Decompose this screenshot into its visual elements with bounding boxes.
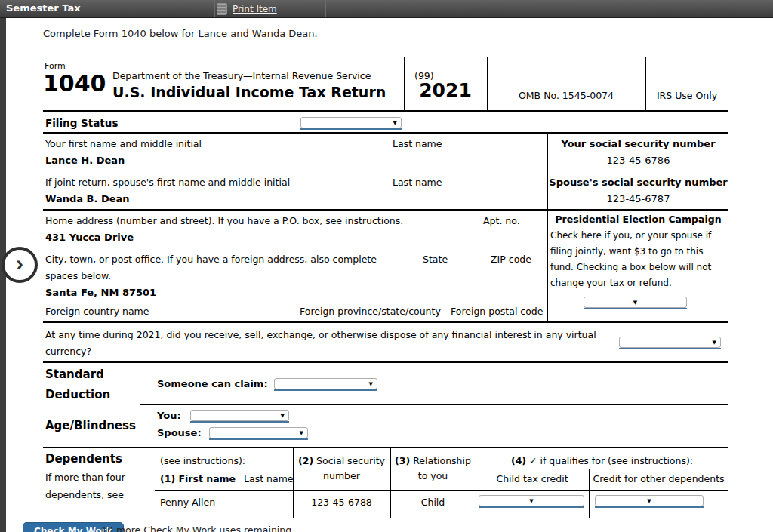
app-title: Semester Tax bbox=[6, 2, 81, 14]
col4a-header: Child tax credit bbox=[476, 473, 589, 484]
city-label-line2: spaces below. bbox=[45, 270, 111, 281]
zip-label: ZIP code bbox=[491, 254, 531, 265]
col4-header-bold: (4) bbox=[511, 455, 526, 466]
rule bbox=[43, 110, 728, 112]
col3-header-rest: Relationship bbox=[413, 455, 471, 466]
header-divider bbox=[487, 57, 488, 112]
dependent-child-tax-credit-select[interactable]: ▼ bbox=[479, 495, 584, 506]
rule bbox=[43, 447, 728, 448]
see-instructions-label: (see instructions): bbox=[160, 455, 245, 466]
spouse-name-value: Wanda B. Dean bbox=[45, 193, 130, 204]
dependents-note-line1: If more than four bbox=[45, 472, 125, 483]
dropdown-arrow-icon: ▼ bbox=[393, 120, 397, 125]
app-window: › Semester Tax Print Item Complete Form … bbox=[0, 0, 773, 532]
dropdown-arrow-icon: ▼ bbox=[281, 413, 285, 418]
spouse-first-label: If joint return, spouse's first name and… bbox=[45, 177, 290, 188]
dependent-relationship: Child bbox=[390, 497, 476, 508]
age-blindness-you-select[interactable]: ▼ bbox=[190, 410, 289, 421]
dependent-ssn: 123-45-6788 bbox=[293, 497, 390, 508]
expand-panel-button[interactable]: › bbox=[2, 247, 38, 283]
form-number: 1040 bbox=[43, 70, 106, 97]
print-icon bbox=[217, 3, 227, 15]
age-blindness-spouse-select[interactable]: ▼ bbox=[209, 427, 308, 438]
street-value: 431 Yucca Drive bbox=[45, 232, 134, 243]
you-label: You: bbox=[157, 410, 181, 421]
foreign-country-label: Foreign country name bbox=[45, 306, 149, 317]
uses-remaining-text: 10 more Check My Work uses remaining. bbox=[101, 524, 294, 532]
dependent-name: Penny Allen bbox=[160, 497, 215, 508]
taxpayer-last-label: Last name bbox=[393, 138, 442, 149]
print-item-label: Print Item bbox=[233, 4, 277, 14]
presidential-campaign-select[interactable]: ▼ bbox=[584, 297, 687, 308]
age-blindness-title: Age/Blindness bbox=[45, 419, 136, 432]
top-bar: Semester Tax Print Item bbox=[0, 0, 773, 18]
col3-header-bold: (3) bbox=[395, 455, 410, 466]
virtual-currency-line2: currency? bbox=[45, 346, 91, 357]
col4-header: (4) ✓ if qualifies for (see instructions… bbox=[476, 455, 728, 466]
rule bbox=[43, 209, 728, 211]
tax-year: 2021 bbox=[404, 79, 487, 101]
taxpayer-first-label: Your first name and middle initial bbox=[45, 138, 202, 149]
form-1040: Form 1040 Department of the Treasury—Int… bbox=[43, 57, 728, 518]
column-divider bbox=[547, 134, 548, 323]
column-divider bbox=[589, 469, 590, 518]
presidential-title: Presidential Election Campaign bbox=[548, 214, 728, 225]
rule bbox=[43, 321, 728, 323]
col4-header-rest: ✓ if qualifies for (see instructions): bbox=[529, 455, 693, 466]
col3-header-line2: to you bbox=[390, 470, 476, 481]
rule bbox=[43, 361, 728, 363]
presidential-line1: Check here if you, or your spouse if bbox=[550, 230, 711, 241]
spouse-ssn-value: 123-45-6787 bbox=[548, 193, 728, 204]
someone-can-claim-select[interactable]: ▼ bbox=[274, 378, 377, 389]
dropdown-arrow-icon: ▼ bbox=[647, 498, 651, 503]
filing-status-select[interactable]: ▼ bbox=[300, 117, 402, 128]
instruction-text: Complete Form 1040 below for Lance and W… bbox=[43, 28, 318, 39]
someone-can-claim-label: Someone can claim: bbox=[157, 378, 268, 389]
spouse-ssn-label: Spouse's social security number bbox=[548, 177, 728, 188]
presidential-line3: fund. Checking a box below will not bbox=[550, 262, 711, 272]
col2-header-line2: number bbox=[293, 470, 390, 481]
state-label: State bbox=[423, 254, 448, 265]
col1-header-rest: Last name bbox=[244, 473, 293, 484]
rule bbox=[155, 490, 728, 491]
header-divider bbox=[645, 57, 646, 112]
home-address-label: Home address (number and street). If you… bbox=[45, 215, 403, 226]
irs-use-only: IRS Use Only bbox=[645, 90, 728, 101]
taxpayer-ssn-value: 123-45-6786 bbox=[548, 155, 728, 166]
col1-header-bold: (1) First name bbox=[160, 473, 236, 484]
col2-header-bold: (2) bbox=[298, 455, 313, 466]
foreign-province-label: Foreign province/state/county bbox=[300, 306, 441, 317]
spouse-last-label: Last name bbox=[393, 177, 442, 188]
toolbar-divider bbox=[325, 0, 326, 17]
rule bbox=[43, 248, 547, 248]
dependents-title: Dependents bbox=[45, 452, 122, 466]
presidential-line2: filing jointly, want $3 to go to this bbox=[550, 246, 703, 257]
dropdown-arrow-icon: ▼ bbox=[300, 430, 303, 435]
virtual-currency-select[interactable]: ▼ bbox=[619, 337, 721, 348]
col3-header-line1: (3) Relationship bbox=[390, 455, 476, 466]
dropdown-arrow-icon: ▼ bbox=[713, 340, 716, 345]
column-divider bbox=[476, 448, 476, 518]
department-label: Department of the Treasury—Internal Reve… bbox=[112, 70, 371, 81]
foreign-postal-label: Foreign postal code bbox=[451, 306, 544, 317]
rule bbox=[43, 300, 547, 300]
city-label-line1: City, town, or post office. If you have … bbox=[45, 254, 377, 265]
taxpayer-name-value: Lance H. Dean bbox=[45, 155, 125, 166]
col2-header-line1: (2) Social security bbox=[293, 455, 390, 466]
form-title: U.S. Individual Income Tax Return bbox=[112, 84, 386, 100]
dependent-other-credit-select[interactable]: ▼ bbox=[595, 495, 704, 506]
rule bbox=[43, 132, 728, 134]
apt-no-label: Apt. no. bbox=[483, 215, 520, 226]
standard-deduction-title-line2: Deduction bbox=[45, 388, 110, 401]
presidential-line4: change your tax or refund. bbox=[550, 278, 672, 288]
print-item-button[interactable]: Print Item bbox=[217, 0, 277, 17]
filing-status-label: Filing Status bbox=[45, 117, 118, 129]
spouse-label: Spouse: bbox=[157, 427, 202, 438]
dropdown-arrow-icon: ▼ bbox=[529, 498, 533, 503]
col1-header: (1) First name Last name bbox=[160, 473, 294, 484]
standard-deduction-title-line1: Standard bbox=[45, 367, 104, 381]
omb-number: OMB No. 1545-0074 bbox=[487, 90, 645, 101]
toolbar-divider bbox=[214, 0, 215, 17]
chevron-right-icon: › bbox=[16, 252, 23, 275]
col4b-header: Credit for other dependents bbox=[589, 473, 728, 484]
